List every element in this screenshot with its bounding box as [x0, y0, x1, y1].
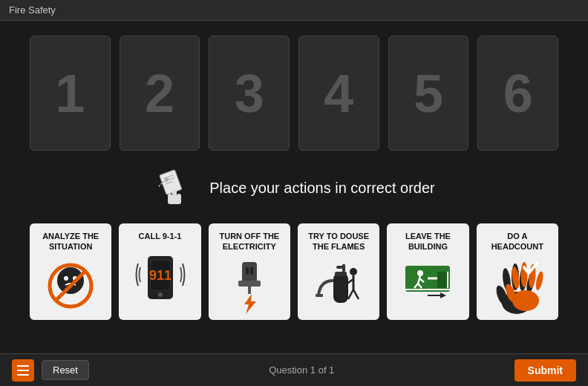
bottom-bar: Reset Question 1 of 1 Submit	[0, 353, 588, 386]
action-icon-electricity	[213, 258, 286, 314]
svg-rect-27	[335, 272, 347, 276]
action-title-headcount: DO A HEADCOUNT	[481, 231, 554, 252]
action-title-call: CALL 9-1-1	[139, 231, 182, 241]
slot-1[interactable]: 1	[30, 36, 111, 151]
action-card-call[interactable]: CALL 9-1-1 911	[119, 223, 200, 320]
svg-rect-8	[168, 194, 172, 201]
instruction-row: Place your actions in correct order	[30, 166, 558, 210]
action-title-electricity: TURN OFF THE ELECTRICITY	[213, 231, 286, 252]
svg-rect-23	[238, 281, 261, 287]
action-title-analyze: ANALYZE THE SITUATION	[34, 231, 107, 252]
title-bar: Fire Safety	[0, 0, 588, 21]
svg-rect-26	[333, 273, 348, 303]
svg-rect-29	[342, 264, 345, 272]
svg-line-34	[348, 290, 353, 299]
action-title-douse: TRY TO DOUSE THE FLAMES	[302, 231, 375, 252]
slot-4[interactable]: 4	[298, 36, 379, 151]
hamburger-line-3	[17, 374, 29, 376]
svg-point-60	[535, 270, 543, 290]
action-card-douse[interactable]: TRY TO DOUSE THE FLAMES	[298, 223, 379, 320]
action-card-headcount[interactable]: DO A HEADCOUNT	[477, 223, 558, 320]
slot-2[interactable]: 2	[120, 36, 200, 151]
action-icon-leave	[391, 258, 464, 314]
svg-rect-44	[437, 272, 448, 288]
hamburger-line-2	[17, 370, 29, 371]
svg-marker-48	[440, 292, 446, 298]
svg-point-11	[64, 276, 68, 281]
action-icon-analyze	[34, 258, 107, 314]
svg-rect-21	[246, 267, 249, 275]
instruction-text: Place your actions in correct order	[209, 180, 434, 197]
question-counter: Question 1 of 1	[269, 364, 334, 376]
menu-button[interactable]	[12, 359, 34, 382]
slot-6[interactable]: 6	[477, 36, 558, 151]
svg-point-19	[158, 292, 163, 297]
svg-point-55	[512, 290, 539, 311]
svg-marker-25	[244, 294, 256, 314]
submit-button[interactable]: Submit	[514, 359, 576, 382]
svg-point-31	[350, 268, 357, 275]
svg-rect-30	[316, 294, 323, 297]
action-card-analyze[interactable]: ANALYZE THE SITUATION	[30, 223, 111, 320]
svg-text:911: 911	[148, 268, 171, 283]
action-icon-headcount	[481, 258, 554, 314]
svg-rect-20	[242, 262, 257, 283]
app-title: Fire Safety	[9, 4, 56, 16]
reset-button[interactable]: Reset	[42, 360, 89, 380]
actions-row: ANALYZE THE SITUATION CALL 9-1-1	[30, 223, 558, 320]
svg-point-10	[57, 267, 84, 294]
svg-line-35	[353, 290, 359, 299]
action-icon-douse	[302, 258, 375, 314]
slot-5[interactable]: 5	[388, 36, 469, 151]
action-card-leave[interactable]: LEAVE THE BUILDING	[387, 223, 468, 320]
drag-instruction-icon	[153, 166, 197, 210]
svg-point-37	[417, 270, 423, 276]
action-card-electricity[interactable]: TURN OFF THE ELECTRICITY	[209, 223, 290, 320]
action-title-leave: LEAVE THE BUILDING	[391, 231, 464, 252]
slot-3[interactable]: 3	[209, 36, 290, 151]
slots-row: 1 2 3 4 5 6	[30, 36, 558, 151]
hamburger-line-1	[17, 365, 29, 367]
bottom-left: Reset	[12, 359, 89, 382]
main-content: 1 2 3 4 5 6	[0, 21, 588, 320]
svg-rect-9	[177, 194, 181, 201]
svg-rect-22	[250, 267, 253, 275]
action-icon-call: 911	[123, 247, 196, 313]
